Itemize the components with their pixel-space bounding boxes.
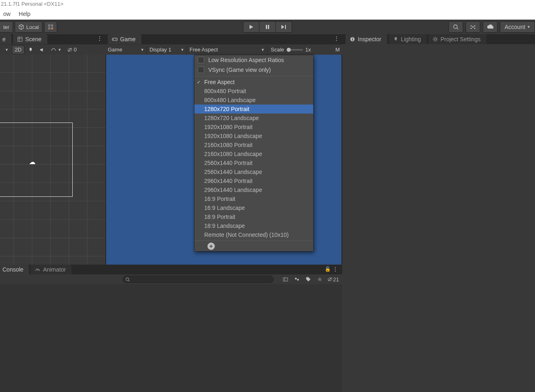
lightbulb-icon — [393, 36, 399, 42]
panel-menu-button[interactable]: ⋮ — [97, 35, 103, 42]
play-button[interactable] — [243, 21, 259, 33]
menu-window[interactable]: ow — [0, 8, 14, 20]
aspect-option[interactable]: 2960x1440 Landscape — [194, 185, 313, 194]
panel-menu-button[interactable]: ⋮ — [332, 266, 338, 272]
svg-rect-12 — [352, 38, 353, 39]
aspect-option[interactable]: 18:9 Portrait — [194, 212, 313, 221]
aspect-option[interactable]: 2960x1440 Portrait — [194, 176, 313, 185]
tab-truncated[interactable]: e — [0, 34, 11, 44]
bottom-toolbar-icons: 21 — [280, 274, 341, 284]
aspect-option[interactable]: 18:9 Landscape — [194, 221, 313, 230]
tab-game[interactable]: Game — [108, 34, 141, 44]
aspect-option[interactable]: 1920x1080 Landscape — [194, 131, 313, 140]
aspect-option[interactable]: 16:9 Portrait — [194, 194, 313, 203]
plus-icon: + — [207, 243, 215, 250]
lock-icon[interactable]: 🔓 — [325, 266, 331, 272]
filter-packages-button[interactable] — [280, 275, 291, 283]
scene-view[interactable]: ☁ — [0, 55, 105, 265]
svg-point-2 — [473, 26, 474, 28]
tool-snap-button[interactable] — [44, 21, 57, 33]
tab-scene[interactable]: Scene — [13, 34, 47, 44]
svg-rect-11 — [352, 39, 353, 40]
scale-value: 1x — [305, 47, 311, 53]
aspect-option[interactable]: 2160x1080 Landscape — [194, 149, 313, 158]
toolbar-right-cluster: Account ▼ — [448, 21, 535, 33]
tab-project-settings[interactable]: Project Settings — [428, 34, 486, 44]
menu-bar: ow Help — [0, 8, 535, 20]
tab-animator[interactable]: Animator — [31, 265, 71, 274]
aspect-option[interactable]: 1280x720 Portrait — [194, 105, 313, 114]
aspect-option[interactable]: 2160x1080 Portrait — [194, 140, 313, 149]
scene-fx-dropdown[interactable]: ▼ — [48, 45, 64, 54]
bottom-toolbar: 21 — [0, 274, 342, 284]
add-resolution-row[interactable]: + — [194, 241, 313, 251]
tab-console[interactable]: Console — [0, 265, 29, 274]
game-panel: Game ⋮ Game▼ Display 1▼ Free Aspect▼ Sca… — [105, 34, 342, 265]
tab-inspector[interactable]: Inspector — [346, 34, 387, 44]
tab-project-settings-label: Project Settings — [441, 36, 481, 42]
star-icon — [317, 276, 323, 282]
play-icon — [249, 24, 254, 29]
aspect-option[interactable]: 16:9 Landscape — [194, 203, 313, 212]
display-dropdown[interactable]: Display 1▼ — [147, 45, 187, 54]
aspect-option[interactable]: 800x480 Landscape — [194, 96, 313, 105]
checkbox[interactable] — [198, 57, 204, 63]
lightbulb-icon — [28, 47, 33, 53]
svg-point-3 — [471, 25, 472, 27]
search-input[interactable] — [123, 276, 274, 283]
aspect-option[interactable]: 2560x1440 Portrait — [194, 158, 313, 167]
pause-button[interactable] — [259, 21, 276, 33]
filter-type-button[interactable] — [291, 275, 303, 283]
scale-slider[interactable] — [288, 49, 303, 51]
main-toolbar: ter Local Account ▼ — [0, 20, 535, 34]
display-label: Display 1 — [149, 47, 171, 53]
shaded-dropdown[interactable]: ▼ — [1, 45, 11, 54]
panel-menu-button[interactable]: ⋮ — [334, 35, 340, 42]
step-button[interactable] — [276, 21, 292, 33]
aspect-option[interactable]: 2560x1440 Landscape — [194, 167, 313, 176]
aspect-option[interactable]: Free Aspect — [194, 78, 313, 87]
workspace: e Scene ⋮ ▼ 2D ▼ 0 ☁ — [0, 34, 535, 392]
filter-label-button[interactable] — [303, 275, 314, 283]
tool-center-button[interactable]: ter — [0, 21, 13, 33]
tab-animator-label: Animator — [43, 266, 66, 273]
low-res-checkbox-row[interactable]: Low Resolution Aspect Ratios — [194, 55, 313, 65]
gamepad-icon — [112, 36, 118, 42]
account-label: Account — [504, 24, 525, 30]
aspect-popup: Low Resolution Aspect Ratios VSync (Game… — [194, 55, 314, 252]
aspect-label: Free Aspect — [189, 47, 218, 53]
search-button[interactable] — [448, 21, 463, 33]
search-icon — [125, 277, 130, 282]
chevron-down-icon: ▼ — [261, 48, 265, 52]
scene-lighting-toggle[interactable] — [25, 45, 36, 54]
vsync-checkbox-row[interactable]: VSync (Game view only) — [194, 65, 313, 75]
scene-audio-toggle[interactable] — [37, 45, 47, 54]
game-toolbar-overflow[interactable]: M — [333, 47, 342, 53]
aspect-option[interactable]: 1280x720 Landscape — [194, 114, 313, 122]
collab-icon — [470, 24, 476, 30]
slider-knob[interactable] — [287, 48, 291, 52]
collab-button[interactable] — [466, 21, 480, 33]
game-mode-dropdown[interactable]: Game▼ — [105, 45, 147, 54]
cloud-button[interactable] — [483, 21, 497, 33]
aspect-option[interactable]: Remote (Not Connected) (10x10) — [194, 230, 313, 239]
tool-local-button[interactable]: Local — [15, 21, 42, 33]
hidden-items-button[interactable]: 21 — [325, 275, 341, 283]
eye-off-icon — [67, 47, 73, 53]
tab-inspector-label: Inspector — [358, 36, 381, 42]
svg-point-17 — [297, 279, 299, 281]
step-icon — [281, 24, 287, 29]
aspect-option[interactable]: 800x480 Portrait — [194, 87, 313, 96]
tab-game-label: Game — [120, 36, 136, 42]
tab-lighting[interactable]: Lighting — [389, 34, 427, 44]
account-dropdown[interactable]: Account ▼ — [500, 21, 535, 33]
camera-gizmo-icon[interactable]: ☁ — [29, 158, 36, 166]
favorite-button[interactable] — [314, 275, 325, 283]
aspect-option[interactable]: 1920x1080 Portrait — [194, 122, 313, 131]
menu-help[interactable]: Help — [16, 8, 34, 20]
checkbox[interactable] — [198, 67, 204, 73]
scene-hidden-toggle[interactable]: 0 — [65, 45, 79, 54]
mode-2d-toggle[interactable]: 2D — [12, 45, 25, 54]
aspect-dropdown[interactable]: Free Aspect▼ — [187, 45, 268, 54]
svg-point-13 — [434, 38, 436, 40]
